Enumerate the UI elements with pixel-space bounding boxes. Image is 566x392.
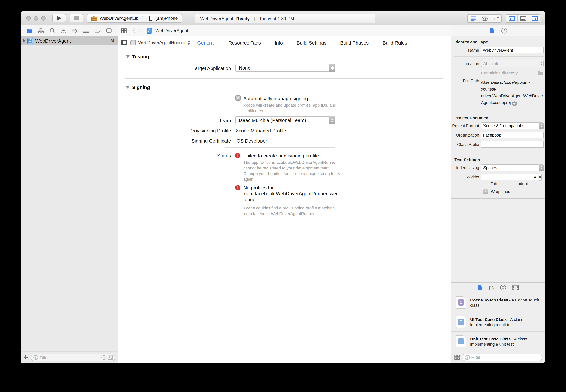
identity-header: Identity and Type — [451, 39, 545, 46]
scheme-selector[interactable]: WebDriverAgentLib 〉 i(am)Phone — [87, 14, 182, 23]
quick-help-inspector-icon[interactable]: ? — [501, 28, 507, 34]
zoom-window-button[interactable] — [41, 16, 46, 20]
jumpbar-title[interactable]: WebDriverAgent — [155, 28, 188, 33]
project-format-dropdown[interactable]: Xcode 3.2-compatible — [481, 122, 544, 129]
code-snippet-library-icon[interactable]: { } — [489, 285, 494, 291]
tab-build-phases[interactable]: Build Phases — [340, 40, 369, 45]
tab-resource-tags[interactable]: Resource Tags — [229, 40, 261, 45]
library-item-title: Cocoa Touch Class — [470, 297, 508, 302]
navigator-filter-field[interactable]: Filter — [31, 354, 115, 361]
related-items-icon[interactable] — [121, 28, 127, 33]
toolbar-right-controls — [467, 14, 540, 23]
testing-disclosure-icon[interactable] — [126, 55, 130, 58]
open-arrow-icon[interactable]: ➔ — [512, 101, 517, 106]
tab-build-rules[interactable]: Build Rules — [383, 40, 407, 45]
close-window-button[interactable] — [26, 16, 31, 20]
library-item-text: Unit Test Case Class - A class implement… — [470, 336, 542, 347]
forward-chevron-icon[interactable]: 〉 — [139, 27, 143, 34]
target-application-value: None — [239, 65, 250, 71]
testing-section-header[interactable]: Testing — [126, 54, 149, 59]
library-item-cocoa-touch-class[interactable]: C Cocoa Touch Class - A Cocoa Touch clas… — [451, 293, 545, 312]
class-prefix-field[interactable] — [481, 141, 544, 148]
toggle-inspector-button[interactable] — [529, 14, 540, 22]
traffic-lights — [26, 16, 46, 20]
source-control-status-icon[interactable] — [108, 355, 113, 360]
signing-section-title: Signing — [132, 84, 150, 90]
error2-title: No profiles for 'com.facebook.WebDriverA… — [243, 185, 343, 203]
object-library-icon[interactable] — [500, 285, 506, 291]
auto-manage-signing-checkbox[interactable]: ✓ — [235, 95, 241, 101]
tab-general[interactable]: General — [197, 40, 215, 45]
issue-navigator-icon[interactable] — [61, 28, 66, 33]
library-filter-placeholder: Filter — [471, 355, 540, 360]
add-button[interactable] — [24, 355, 28, 360]
editor-tab-strip: General Resource Tags Info Build Setting… — [197, 36, 407, 49]
status-label: Status — [118, 153, 231, 159]
testing-section-title: Testing — [132, 54, 149, 59]
toolbar: WebDriverAgentLib 〉 i(am)Phone WebDriver… — [21, 11, 545, 26]
tab-width-stepper[interactable] — [539, 173, 542, 181]
inspector-empty-area — [451, 198, 545, 282]
target-stepper-icon[interactable] — [187, 40, 190, 45]
library-item-ui-test-case-class[interactable]: T UI Test Case Class - A class implement… — [451, 312, 545, 332]
class-prefix-row: Class Prefix — [451, 141, 544, 148]
target-bar: WebDriverAgentRunner General Resource Ta… — [118, 36, 451, 49]
project-navigator-icon[interactable] — [27, 28, 33, 33]
editor-mode-segmented — [467, 14, 502, 23]
wrap-lines-checkbox[interactable]: ✓ — [483, 189, 488, 194]
back-chevron-icon[interactable]: 〈 — [130, 27, 135, 34]
file-inspector-icon[interactable] — [490, 28, 494, 34]
toggle-navigator-button[interactable] — [506, 14, 517, 22]
breakpoint-navigator-icon[interactable] — [95, 29, 101, 33]
navigator-bar — [21, 26, 118, 36]
minimize-window-button[interactable] — [34, 16, 38, 20]
recents-clock-icon[interactable] — [102, 355, 106, 360]
text-settings-header: Text Settings — [451, 156, 545, 164]
library-filter-field[interactable]: Filter — [463, 354, 542, 361]
folder-icon[interactable] — [538, 70, 544, 75]
toggle-debug-area-button[interactable] — [517, 14, 529, 22]
tab-width-field[interactable] — [481, 174, 538, 180]
assistant-editor-icon — [481, 16, 488, 21]
media-library-icon[interactable] — [513, 285, 519, 290]
jumpbar-project-icon — [147, 28, 152, 33]
report-navigator-icon[interactable] — [106, 28, 112, 33]
tab-build-settings[interactable]: Build Settings — [297, 40, 326, 45]
toolbox-icon — [91, 15, 97, 21]
run-button[interactable] — [52, 14, 66, 22]
indent-using-label: Indent Using — [451, 165, 481, 170]
library-item-unit-test-case-class[interactable]: T Unit Test Case Class - A class impleme… — [451, 332, 545, 351]
standard-editor-button[interactable] — [467, 14, 479, 22]
symbol-navigator-icon[interactable] — [38, 28, 44, 33]
test-navigator-icon[interactable] — [72, 28, 77, 33]
project-row[interactable]: WebDriverAgent M — [21, 36, 118, 45]
target-selector-label[interactable]: WebDriverAgentRunner — [138, 40, 186, 45]
jump-bar: 〈 〉 WebDriverAgent — [118, 26, 451, 36]
error-icon: ! — [235, 185, 240, 190]
grid-view-icon[interactable] — [454, 355, 460, 360]
location-dropdown[interactable]: Absolute — [481, 60, 544, 67]
signing-section-header[interactable]: Signing — [126, 84, 150, 90]
target-application-dropdown[interactable]: None — [235, 64, 335, 72]
debug-navigator-icon[interactable] — [83, 28, 89, 33]
find-navigator-icon[interactable] — [50, 28, 55, 33]
provisioning-profile-value: Xcode Managed Profile — [235, 128, 286, 134]
organization-field[interactable] — [481, 132, 544, 138]
xcode-window: WebDriverAgentLib 〉 i(am)Phone WebDriver… — [21, 11, 545, 363]
version-editor-button[interactable] — [490, 14, 501, 22]
file-template-library-icon[interactable] — [478, 285, 482, 291]
modified-badge: M — [110, 38, 114, 43]
name-field[interactable] — [481, 47, 544, 53]
stop-button[interactable] — [70, 14, 83, 22]
library-filter-bar: Filter — [451, 351, 545, 363]
disclosure-triangle-icon[interactable] — [23, 39, 26, 42]
signing-disclosure-icon[interactable] — [126, 86, 130, 89]
team-dropdown[interactable]: Isaac Murchie (Personal Team) — [235, 116, 335, 124]
hide-document-items-icon[interactable] — [120, 40, 127, 45]
navigator-empty-area — [21, 45, 118, 351]
team-label: Team — [118, 118, 231, 124]
indent-using-dropdown[interactable]: Spaces — [481, 164, 544, 171]
tab-info[interactable]: Info — [275, 40, 283, 45]
dropdown-stepper-icon — [329, 116, 335, 124]
assistant-editor-button[interactable] — [479, 14, 490, 22]
